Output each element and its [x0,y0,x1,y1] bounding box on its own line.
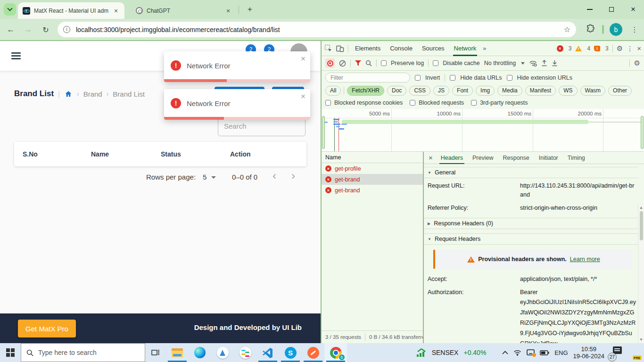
next-page-icon[interactable]: › [291,169,295,182]
taskbar-file-explorer[interactable] [166,343,189,362]
window-close-button[interactable]: × [622,0,644,19]
blocked-requests-checkbox[interactable] [410,100,415,106]
toast-close-icon[interactable]: × [301,92,305,101]
general-section-header[interactable]: ▼ General [424,167,638,178]
device-toolbar-icon[interactable] [336,45,344,52]
disable-cache-checkbox[interactable] [433,60,438,66]
browser-tab-matx[interactable]: MatX React - Material UI admin × [18,2,124,19]
invert-checkbox[interactable] [415,75,421,81]
scroll-up-icon[interactable]: ▲ [639,204,643,211]
browser-menu-icon[interactable]: ⋮ [629,23,640,36]
import-har-icon[interactable] [541,60,547,66]
chip-ws[interactable]: WS [559,86,577,96]
language-indicator[interactable]: ENG [554,349,568,356]
address-bar[interactable]: i localhost:3000/project.imgglobal.in/ec… [58,22,576,37]
tab-close-icon[interactable]: × [112,7,120,15]
back-button[interactable]: ← [5,24,17,36]
chip-all[interactable]: All [325,86,341,96]
request-row-selected[interactable]: × get-brand [322,174,423,185]
forward-button[interactable]: → [22,24,34,36]
chip-js[interactable]: JS [433,86,449,96]
toast-close-icon[interactable]: × [301,54,305,64]
breadcrumb-brand[interactable]: Brand [83,90,102,98]
stock-ticker-change[interactable]: +0.40% [463,349,486,356]
issues-icon[interactable]: ! [594,46,600,51]
taskbar-clock[interactable]: 10:59 19-06-2024 [573,346,605,360]
request-headers-section-header[interactable]: ▼ Request Headers [424,233,638,245]
browser-tab-chatgpt[interactable]: ChatGPT × [131,2,237,19]
detail-scrollbar[interactable]: ▲ ▼ [638,204,644,343]
previous-page-icon[interactable]: ‹ [272,169,276,182]
chip-font[interactable]: Font [452,86,473,96]
more-tabs-icon[interactable]: » [483,45,486,52]
window-minimize-button[interactable] [579,0,601,19]
timeline-left-handle[interactable] [322,116,325,149]
url-text[interactable]: localhost:3000/project.imgglobal.in/ecom… [76,26,564,33]
export-har-icon[interactable] [552,60,558,66]
chip-wasm[interactable]: Wasm [580,86,606,96]
battery-icon[interactable] [540,350,549,355]
taskbar-skype[interactable]: S [279,343,302,362]
chip-media[interactable]: Media [497,86,522,96]
inspect-element-icon[interactable] [324,44,332,52]
tab-close-icon[interactable]: × [224,7,232,15]
third-party-requests-checkbox[interactable] [471,100,477,106]
copilot-preview[interactable]: PRE [627,346,640,360]
learn-more-link[interactable]: Learn more [570,256,600,263]
taskbar-compass-app[interactable] [211,343,234,362]
requests-column-header[interactable]: Name [322,152,423,163]
tab-headers[interactable]: Headers [437,152,467,164]
site-info-icon[interactable]: i [63,26,70,33]
chip-css[interactable]: CSS [409,86,430,96]
taskbar-chrome[interactable]: b [324,343,347,362]
window-restore-button[interactable] [601,0,622,19]
profile-avatar[interactable]: b [610,23,622,36]
taskbar-slack[interactable] [234,343,256,362]
get-matx-pro-button[interactable]: Get MatX Pro [18,320,76,337]
task-view-button[interactable] [145,343,166,362]
display-status-icon[interactable] [527,349,535,356]
taskbar-postman[interactable] [302,343,324,362]
scroll-down-icon[interactable]: ▼ [639,336,643,343]
network-settings-icon[interactable]: ⚙ [634,59,640,67]
chip-doc[interactable]: Doc [387,86,406,96]
throttling-select[interactable]: No throttling [484,60,516,66]
devtools-settings-icon[interactable]: ⚙ [617,44,623,53]
preserve-log-checkbox[interactable] [381,60,387,66]
rows-per-page-value[interactable]: 5 [203,173,206,181]
taskbar-search[interactable]: Type here to search [21,343,145,362]
pinned-extension-icon[interactable] [602,25,604,34]
hide-data-urls-checkbox[interactable] [450,75,455,81]
hide-extension-urls-checkbox[interactable] [507,75,512,81]
network-conditions-icon[interactable] [529,60,537,66]
taskbar-vscode[interactable] [256,343,279,362]
console-errors-icon[interactable]: × [557,45,563,52]
chip-other[interactable]: Other [608,86,632,96]
blocked-response-cookies-checkbox[interactable] [325,100,331,106]
console-warnings-icon[interactable] [575,46,582,51]
menu-hamburger-icon[interactable] [11,52,21,61]
stock-ticker-name[interactable]: SENSEX [432,349,459,356]
notification-center[interactable]: 27 [610,346,622,360]
rows-per-page-caret-icon[interactable] [211,176,216,179]
chip-img[interactable]: Img [476,86,495,96]
chip-fetch-xhr[interactable]: Fetch/XHR [347,86,384,96]
tab-initiator[interactable]: Initiator [535,152,562,164]
filter-icon[interactable] [355,60,361,66]
tab-search-button[interactable] [4,3,16,16]
start-button[interactable] [0,343,21,362]
tab-preview[interactable]: Preview [468,152,497,164]
search-icon[interactable] [365,60,372,66]
tab-sources[interactable]: Sources [419,41,447,56]
clear-network-icon[interactable] [339,60,346,67]
scrollbar-thumb[interactable] [640,211,643,240]
tab-timing[interactable]: Timing [563,152,589,164]
chip-manifest[interactable]: Manifest [525,86,556,96]
tab-console[interactable]: Console [387,41,415,56]
breadcrumb-brand-list[interactable]: Brand List [113,90,145,98]
wifi-icon[interactable] [513,350,521,356]
request-row[interactable]: × get-profile [322,163,423,174]
devtools-menu-icon[interactable]: ⋮ [627,45,633,52]
home-icon[interactable] [64,90,73,98]
tray-expand-icon[interactable] [502,351,508,354]
